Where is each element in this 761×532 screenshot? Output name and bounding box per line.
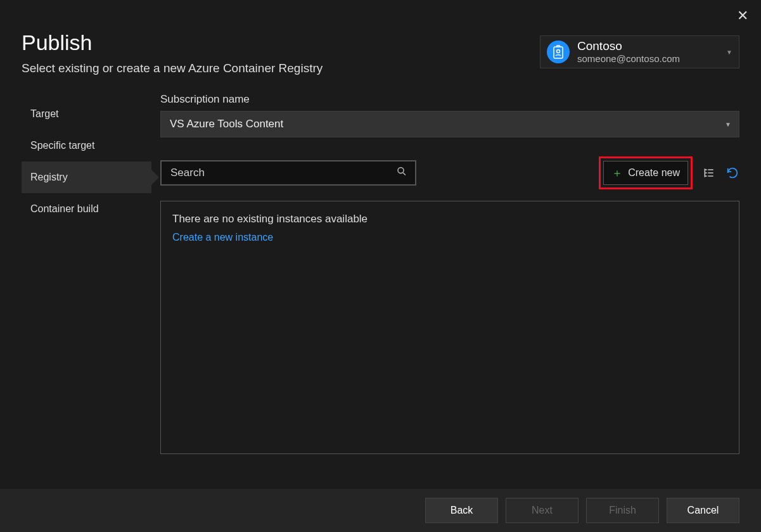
- back-button[interactable]: Back: [425, 498, 498, 523]
- subscription-label: Subscription name: [160, 93, 739, 106]
- page-subtitle: Select existing or create a new Azure Co…: [22, 61, 323, 75]
- svg-point-2: [398, 168, 404, 174]
- tree-view-icon[interactable]: [703, 167, 715, 179]
- svg-line-3: [403, 173, 406, 175]
- subscription-value: VS Azure Tools Content: [170, 118, 283, 130]
- cancel-button[interactable]: Cancel: [667, 498, 739, 523]
- sidebar-item-target[interactable]: Target: [22, 98, 151, 130]
- subscription-select[interactable]: VS Azure Tools Content ▼: [160, 111, 739, 137]
- chevron-down-icon: ▼: [725, 121, 731, 128]
- registry-toolbar: Search ＋ Create new: [160, 156, 739, 189]
- refresh-icon[interactable]: [726, 166, 739, 180]
- search-input[interactable]: Search: [160, 160, 416, 186]
- no-instances-text: There are no existing instances availabl…: [172, 213, 727, 225]
- search-placeholder: Search: [170, 167, 205, 179]
- plus-icon: ＋: [611, 165, 623, 180]
- finish-button: Finish: [586, 498, 659, 523]
- sidebar-item-specific-target[interactable]: Specific target: [22, 130, 151, 162]
- chevron-down-icon: ▼: [726, 48, 732, 55]
- instances-list: There are no existing instances availabl…: [160, 201, 739, 454]
- svg-point-1: [557, 49, 560, 53]
- next-button: Next: [506, 498, 579, 523]
- dialog-body: Target Specific target Registry Containe…: [0, 75, 761, 454]
- account-selector[interactable]: Contoso someone@contoso.com ▼: [540, 35, 739, 68]
- dialog-footer: Back Next Finish Cancel: [0, 489, 761, 532]
- account-email: someone@contoso.com: [577, 53, 680, 64]
- page-title: Publish: [22, 30, 323, 55]
- search-icon: [396, 166, 407, 180]
- close-icon[interactable]: ✕: [737, 8, 748, 24]
- create-instance-link[interactable]: Create a new instance: [172, 232, 727, 243]
- account-avatar-icon: [547, 41, 570, 63]
- main-panel: Subscription name VS Azure Tools Content…: [151, 93, 739, 454]
- create-new-highlight: ＋ Create new: [599, 156, 693, 189]
- account-name: Contoso: [577, 40, 680, 53]
- create-new-label: Create new: [628, 167, 680, 179]
- create-new-button[interactable]: ＋ Create new: [603, 161, 688, 185]
- sidebar-item-registry[interactable]: Registry: [22, 162, 151, 193]
- publish-dialog: ✕ Publish Select existing or create a ne…: [0, 0, 761, 532]
- wizard-sidebar: Target Specific target Registry Containe…: [22, 93, 151, 454]
- sidebar-item-container-build[interactable]: Container build: [22, 193, 151, 225]
